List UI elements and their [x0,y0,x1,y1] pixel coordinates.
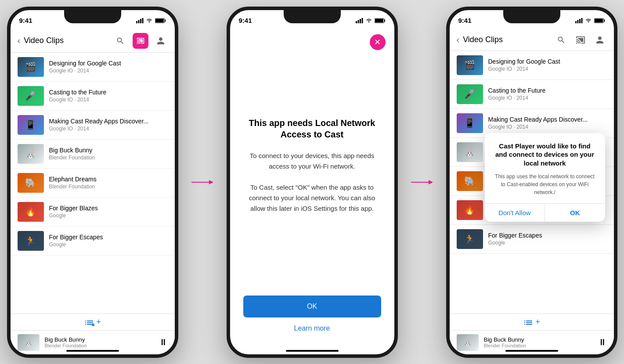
video-item-1-4[interactable]: 🐘 Elephant Dreams Blender Foundation [11,169,175,198]
modal-content-2: This app needs Local Network Access to C… [230,29,394,319]
video-subtitle-1-3: Blender Foundation [49,155,168,161]
app-bar-icons-3 [554,33,607,47]
thumb-1-1: 🎤 [18,86,44,106]
video-title-3-2: Making Cast Ready Apps Discover... [488,116,607,123]
modal-body-2: To connect to your devices, this app nee… [243,151,381,214]
thumb-3-6: 🏃 [457,229,483,249]
signal-icon-1 [136,18,144,23]
battery-icon-3 [594,18,605,23]
arrow-1 [191,179,213,186]
cast-icon-3 [576,35,585,45]
page-title-3: Video Clips [463,35,550,44]
video-subtitle-1-6: Google [49,241,168,248]
thumb-3-0: 🎬 [457,55,483,75]
permission-dialog-3: Cast Player would like to find and conne… [485,133,605,222]
svg-rect-10 [356,21,357,23]
video-subtitle-1-1: Google IO · 2014 [49,97,168,103]
search-icon-3 [557,36,566,44]
video-title-1-6: For Bigger Escapes [49,234,168,241]
video-title-1-5: For Bigger Blazes [49,205,168,212]
signal-icon-2 [356,18,363,23]
video-subtitle-3-6: Google [488,240,607,246]
account-button-1[interactable] [154,34,168,48]
video-item-1-6[interactable]: 🏃 For Bigger Escapes Google [11,227,175,256]
svg-rect-23 [595,19,603,22]
svg-rect-0 [136,21,137,23]
arrow-2 [411,179,433,186]
video-title-1-4: Elephant Dreams [49,176,168,183]
svg-rect-13 [361,18,363,23]
video-item-1-0[interactable]: 🎬 Designing for Google Cast Google IO · … [11,53,175,82]
back-button-1[interactable]: ‹ [18,36,21,46]
video-info-3-1: Casting to the Future Google IO · 2014 [488,87,607,101]
video-title-3-6: For Bigger Escapes [488,232,607,239]
status-icons-1 [136,18,166,23]
dialog-buttons-3: Don't Allow OK [485,203,605,222]
now-playing-info-3: Big Buck Bunny Blender Foundation [484,336,593,348]
svg-rect-11 [357,20,359,23]
close-button-2[interactable]: ✕ [370,34,386,50]
thumb-3-5: 🔥 [457,200,483,220]
video-info-1-6: For Bigger Escapes Google [49,234,168,248]
video-title-3-0: Designing for Google Cast [488,58,607,65]
video-info-1-3: Big Buck Bunny Blender Foundation [49,147,168,161]
notch-2 [284,10,341,23]
phone-1: 9:41 [7,7,178,358]
svg-rect-12 [360,19,361,23]
svg-rect-5 [155,19,164,22]
pause-button-3[interactable]: ⏸ [598,337,607,347]
svg-rect-3 [142,18,143,23]
home-indicator-3 [505,350,558,352]
account-icon-3 [595,35,605,45]
video-item-1-2[interactable]: 📱 Making Cast Ready Apps Discover... Goo… [11,111,175,140]
wifi-icon-1 [146,18,153,23]
thumb-3-2: 📱 [457,113,483,133]
ok-button-2[interactable]: OK [243,296,381,317]
now-playing-sub-3: Blender Foundation [484,343,593,348]
video-item-3-1[interactable]: 🎤 Casting to the Future Google IO · 2014 [450,80,614,109]
back-button-3[interactable]: ‹ [457,35,460,45]
dont-allow-button-3[interactable]: Don't Allow [485,204,545,222]
video-item-1-1[interactable]: 🎤 Casting to the Future Google IO · 2014 [11,82,175,111]
video-info-3-2: Making Cast Ready Apps Discover... Googl… [488,116,607,130]
status-time-3: 9:41 [458,17,472,24]
svg-rect-15 [375,19,383,22]
pause-button-1[interactable]: ⏸ [159,337,168,347]
thumb-1-5: 🔥 [18,202,44,222]
cast-button-1-active[interactable] [133,33,148,49]
video-item-3-6[interactable]: 🏃 For Bigger Escapes Google [450,225,614,254]
arrow-svg-2 [411,179,433,186]
search-button-3[interactable] [554,33,568,47]
video-list-1: 🎬 Designing for Google Cast Google IO · … [11,53,175,325]
queue-bar-1[interactable]: + + [11,314,175,331]
video-item-3-0[interactable]: 🎬 Designing for Google Cast Google IO · … [450,51,614,80]
svg-rect-19 [577,20,578,23]
cast-button-3[interactable] [574,33,588,47]
video-title-1-3: Big Buck Bunny [49,147,168,154]
svg-rect-1 [138,20,139,23]
dialog-title-3: Cast Player would like to find and conne… [494,142,596,168]
account-button-3[interactable] [593,33,607,47]
ok-button-3[interactable]: OK [545,204,605,222]
queue-bar-3[interactable]: + [450,314,614,331]
battery-icon-1 [155,18,166,23]
video-subtitle-1-0: Google IO · 2014 [49,68,168,74]
video-info-1-2: Making Cast Ready Apps Discover... Googl… [49,118,168,132]
video-subtitle-3-2: Google IO · 2014 [488,124,607,130]
search-button-1[interactable] [113,34,127,48]
video-info-1-0: Designing for Google Cast Google IO · 20… [49,60,168,74]
svg-rect-18 [575,21,577,23]
video-info-1-5: For Bigger Blazes Google [49,205,168,219]
bottom-bar-1: + + 🐰 Big Buck Bunny Blender Foundation … [11,314,175,354]
video-subtitle-1-2: Google IO · 2014 [49,126,168,132]
video-info-3-0: Designing for Google Cast Google IO · 20… [488,58,607,72]
video-item-1-5[interactable]: 🔥 For Bigger Blazes Google [11,198,175,227]
thumb-1-4: 🐘 [18,173,44,193]
learn-more-link-2[interactable]: Learn more [243,324,381,332]
page-title-1: Video Clips [24,36,109,45]
now-playing-thumb-1: 🐰 [18,334,40,351]
video-info-1-4: Elephant Dreams Blender Foundation [49,176,168,190]
video-item-1-3[interactable]: 🐰 Big Buck Bunny Blender Foundation [11,140,175,169]
video-info-1-1: Casting to the Future Google IO · 2014 [49,89,168,103]
video-title-1-1: Casting to the Future [49,89,168,96]
